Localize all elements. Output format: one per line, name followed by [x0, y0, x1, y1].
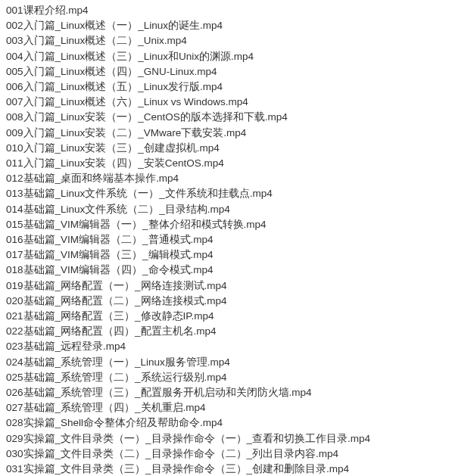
file-item[interactable]: 022基础篇_网络配置（四）_配置主机名.mp4 — [6, 324, 443, 339]
file-item[interactable]: 016基础篇_VIM编辑器（二）_普通模式.mp4 — [6, 232, 443, 247]
file-list: 001课程介绍.mp4002入门篇_Linux概述（一）_Linux的诞生.mp… — [0, 0, 449, 476]
file-item[interactable]: 011入门篇_Linux安装（四）_安装CentOS.mp4 — [6, 156, 443, 171]
file-item[interactable]: 020基础篇_网络配置（二）_网络连接模式.mp4 — [6, 294, 443, 309]
file-item[interactable]: 005入门篇_Linux概述（四）_GNU-Linux.mp4 — [6, 64, 443, 79]
file-item[interactable]: 027基础篇_系统管理（四）_关机重启.mp4 — [6, 400, 443, 415]
file-item[interactable]: 023基础篇_远程登录.mp4 — [6, 339, 443, 354]
file-item[interactable]: 009入门篇_Linux安装（二）_VMware下载安装.mp4 — [6, 126, 443, 141]
file-item[interactable]: 010入门篇_Linux安装（三）_创建虚拟机.mp4 — [6, 141, 443, 156]
file-item[interactable]: 008入门篇_Linux安装（一）_CentOS的版本选择和下载.mp4 — [6, 110, 443, 125]
file-item[interactable]: 028实操篇_Shell命令整体介绍及帮助命令.mp4 — [6, 415, 443, 431]
file-item[interactable]: 021基础篇_网络配置（三）_修改静态IP.mp4 — [6, 309, 443, 324]
file-item[interactable]: 031实操篇_文件目录类（三）_目录操作命令（三）_创建和删除目录.mp4 — [6, 462, 443, 476]
file-item[interactable]: 013基础篇_Linux文件系统（一）_文件系统和挂载点.mp4 — [6, 186, 443, 201]
file-item[interactable]: 017基础篇_VIM编辑器（三）_编辑模式.mp4 — [6, 247, 443, 263]
file-item[interactable]: 012基础篇_桌面和终端基本操作.mp4 — [6, 171, 443, 186]
file-item[interactable]: 003入门篇_Linux概述（二）_Unix.mp4 — [6, 33, 443, 48]
file-item[interactable]: 001课程介绍.mp4 — [6, 3, 443, 18]
file-item[interactable]: 007入门篇_Linux概述（六）_Linux vs Windows.mp4 — [6, 95, 443, 110]
file-item[interactable]: 006入门篇_Linux概述（五）_Linux发行版.mp4 — [6, 79, 443, 95]
file-item[interactable]: 018基础篇_VIM编辑器（四）_命令模式.mp4 — [6, 263, 443, 278]
file-item[interactable]: 002入门篇_Linux概述（一）_Linux的诞生.mp4 — [6, 18, 443, 33]
file-item[interactable]: 015基础篇_VIM编辑器（一）_整体介绍和模式转换.mp4 — [6, 217, 443, 232]
file-item[interactable]: 025基础篇_系统管理（二）_系统运行级别.mp4 — [6, 370, 443, 385]
file-item[interactable]: 026基础篇_系统管理（三）_配置服务开机启动和关闭防火墙.mp4 — [6, 385, 443, 400]
file-item[interactable]: 014基础篇_Linux文件系统（二）_目录结构.mp4 — [6, 202, 443, 217]
file-item[interactable]: 004入门篇_Linux概述（三）_Linux和Unix的渊源.mp4 — [6, 49, 443, 64]
file-item[interactable]: 024基础篇_系统管理（一）_Linux服务管理.mp4 — [6, 355, 443, 370]
file-item[interactable]: 030实操篇_文件目录类（二）_目录操作命令（二）_列出目录内容.mp4 — [6, 446, 443, 462]
file-item[interactable]: 029实操篇_文件目录类（一）_目录操作命令（一）_查看和切换工作目录.mp4 — [6, 431, 443, 446]
file-item[interactable]: 019基础篇_网络配置（一）_网络连接测试.mp4 — [6, 278, 443, 294]
